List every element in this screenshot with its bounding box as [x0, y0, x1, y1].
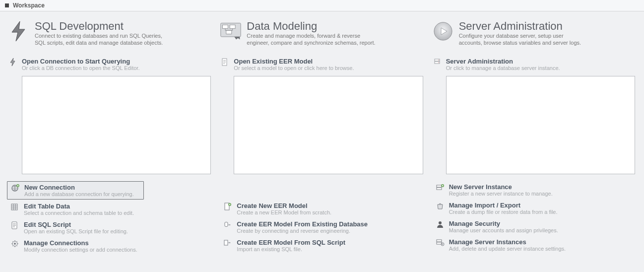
action-title: Manage Connections — [24, 239, 137, 247]
action-desc: Add a new database connection for queryi… — [24, 191, 134, 197]
action-desc: Manage user accounts and assign privileg… — [449, 227, 558, 233]
action-desc: Add, delete and update server instance s… — [449, 246, 566, 252]
action-title: Create New EER Model — [237, 202, 331, 209]
globe-plus-icon — [10, 184, 20, 193]
server-gear-icon — [435, 238, 445, 247]
disc-play-icon — [432, 20, 454, 42]
action-create-eer-from-db[interactable]: Create EER Model From Existing Database … — [220, 218, 424, 236]
action-title: Create EER Model From Existing Database — [237, 220, 368, 228]
bolt-icon — [8, 20, 30, 42]
svg-point-30 — [442, 244, 443, 245]
action-manage-import-export[interactable]: Manage Import / Export Create a dump fil… — [432, 200, 636, 217]
svg-rect-27 — [437, 240, 442, 242]
section-desc: Or click a DB connection to open the SQL… — [22, 65, 139, 71]
db-to-doc-icon — [223, 220, 233, 229]
script-edit-icon — [10, 221, 20, 230]
toolbar-title: Workspace — [13, 2, 45, 9]
action-desc: Open an existing SQL Script file for edi… — [24, 228, 128, 234]
action-new-server-instance[interactable]: New Server Instance Register a new serve… — [432, 181, 636, 199]
table-edit-icon — [10, 203, 20, 211]
column-server-admin: Server Administration Configure your dat… — [432, 20, 636, 256]
document-icon — [220, 58, 230, 67]
section-server-admin[interactable]: Server Administration Or click to manage… — [432, 58, 636, 71]
column-sql-development: SQL Development Connect to existing data… — [8, 20, 212, 256]
action-desc: Create by connecting and reverse enginee… — [237, 228, 368, 234]
diagram-icon — [220, 20, 242, 42]
action-desc: Create a dump file or restore data from … — [449, 209, 558, 215]
action-edit-table-data[interactable]: Edit Table Data Select a connection and … — [7, 201, 144, 218]
svg-point-26 — [439, 221, 442, 224]
svg-rect-11 — [226, 30, 232, 34]
svg-rect-23 — [437, 185, 442, 187]
action-title: Manage Server Instances — [449, 238, 566, 246]
category-header-admin: Server Administration Configure your dat… — [432, 20, 636, 47]
action-desc: Create a new EER Model from scratch. — [237, 209, 331, 215]
svg-rect-10 — [230, 25, 235, 28]
action-title: Manage Import / Export — [449, 202, 558, 209]
bolt-small-icon — [8, 58, 18, 67]
action-title: New Server Instance — [449, 183, 553, 191]
category-title: Data Modeling — [247, 20, 376, 32]
action-new-connection[interactable]: New Connection Add a new database connec… — [7, 181, 144, 200]
section-desc: Or click to manage a database server ins… — [446, 65, 560, 71]
svg-marker-1 — [10, 58, 15, 66]
category-title: Server Administration — [459, 20, 588, 32]
action-desc: Select a connection and schema table to … — [24, 210, 134, 216]
menu-square-icon[interactable] — [5, 3, 9, 7]
action-create-new-eer[interactable]: Create New EER Model Create a new EER Mo… — [220, 200, 424, 217]
action-manage-server-instances[interactable]: Manage Server Instances Add, delete and … — [432, 236, 636, 254]
action-desc: Modify connection settings or add connec… — [24, 247, 137, 253]
category-desc: Configure your database server, setup us… — [459, 33, 588, 47]
script-to-doc-icon — [223, 239, 233, 248]
toolbar: Workspace — [0, 0, 644, 11]
svg-rect-28 — [437, 242, 442, 244]
server-plus-icon — [435, 183, 445, 192]
action-title: Edit Table Data — [24, 203, 134, 210]
svg-rect-4 — [11, 204, 17, 210]
action-title: New Connection — [24, 184, 134, 191]
action-manage-security[interactable]: Manage Security Manage user accounts and… — [432, 218, 636, 235]
action-edit-sql-script[interactable]: Edit SQL Script Open an existing SQL Scr… — [7, 219, 144, 236]
gear-link-icon — [10, 239, 20, 248]
svg-point-22 — [438, 62, 439, 63]
section-title: Server Administration — [446, 58, 560, 65]
svg-point-21 — [438, 60, 439, 61]
category-header-modeling: Data Modeling Create and manage models, … — [220, 20, 424, 47]
section-open-connection[interactable]: Open Connection to Start Querying Or cli… — [8, 58, 212, 71]
section-open-eer[interactable]: Open Existing EER Model Or select a mode… — [220, 58, 424, 71]
section-title: Open Connection to Start Querying — [22, 58, 139, 65]
action-create-eer-from-script[interactable]: Create EER Model From SQL Script Import … — [220, 237, 424, 254]
section-desc: Or select a model to open or click here … — [234, 65, 354, 71]
document-plus-icon — [223, 202, 233, 211]
svg-point-7 — [14, 243, 16, 245]
action-title: Edit SQL Script — [24, 221, 128, 228]
category-desc: Connect to existing databases and run SQ… — [35, 33, 164, 47]
servers-listbox[interactable] — [446, 76, 635, 174]
svg-rect-9 — [223, 25, 228, 28]
column-data-modeling: Data Modeling Create and manage models, … — [220, 20, 424, 256]
svg-rect-24 — [437, 188, 442, 190]
svg-rect-16 — [224, 240, 228, 245]
bag-icon — [435, 202, 445, 210]
action-desc: Import an existing SQL file. — [237, 246, 345, 252]
action-title: Manage Security — [449, 220, 558, 227]
category-desc: Create and manage models, forward & reve… — [247, 33, 376, 47]
server-small-icon — [432, 58, 442, 67]
section-title: Open Existing EER Model — [234, 58, 354, 65]
action-manage-connections[interactable]: Manage Connections Modify connection set… — [7, 237, 144, 255]
models-listbox[interactable] — [234, 76, 423, 174]
svg-marker-0 — [12, 21, 25, 41]
category-header-sql: SQL Development Connect to existing data… — [8, 20, 212, 47]
category-title: SQL Development — [35, 20, 164, 32]
user-icon — [435, 220, 445, 229]
action-desc: Register a new server instance to manage… — [449, 191, 553, 197]
connections-listbox[interactable] — [22, 76, 211, 174]
action-title: Create EER Model From SQL Script — [237, 239, 345, 246]
